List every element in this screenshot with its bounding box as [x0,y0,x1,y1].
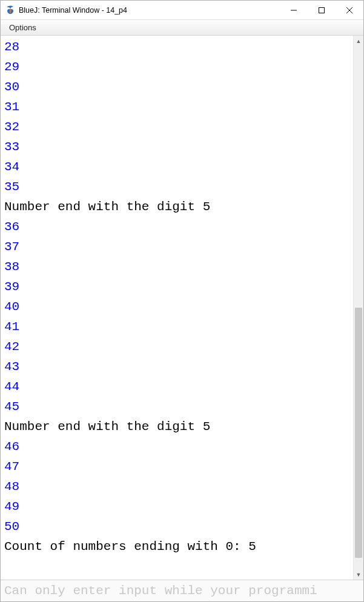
terminal-line: 36 [4,220,19,234]
terminal-line: 39 [4,280,19,294]
window-frame: BlueJ: Terminal Window - 14_p4 Options 2… [0,0,364,602]
terminal-line: 37 [4,240,19,254]
terminal-line: 29 [4,60,19,74]
terminal-line: 41 [4,320,19,334]
scrollbar-thumb[interactable] [355,308,362,558]
terminal-line: 43 [4,360,19,374]
terminal-line: 49 [4,500,19,514]
terminal-line: Number end with the digit 5 [4,200,210,214]
terminal-line: 35 [4,180,19,194]
terminal-content-wrap: 28 29 30 31 32 33 34 35 Number end with … [1,36,363,580]
terminal-line: 42 [4,340,19,354]
scrollbar-arrow-down-icon[interactable]: ▼ [354,569,363,580]
menubar: Options [1,20,363,36]
terminal-line: 46 [4,440,19,454]
terminal-line: 31 [4,100,19,114]
terminal-input[interactable]: Can only enter input while your programm… [1,580,363,601]
terminal-output[interactable]: 28 29 30 31 32 33 34 35 Number end with … [1,36,353,580]
terminal-line: 34 [4,160,19,174]
svg-rect-1 [319,7,325,13]
minimize-button[interactable] [280,1,308,19]
terminal-line: 48 [4,480,19,494]
window-controls [280,1,363,19]
bluej-app-icon [5,5,15,15]
titlebar[interactable]: BlueJ: Terminal Window - 14_p4 [1,1,363,20]
scrollbar-arrow-up-icon[interactable]: ▲ [354,36,363,46]
terminal-line: 33 [4,140,19,154]
terminal-line: 28 [4,40,19,54]
close-button[interactable] [336,1,363,19]
window-title: BlueJ: Terminal Window - 14_p4 [19,6,280,15]
maximize-button[interactable] [308,1,336,19]
vertical-scrollbar[interactable]: ▲ ▼ [353,36,363,580]
terminal-line: 47 [4,460,19,474]
terminal-line: 30 [4,80,19,94]
terminal-line: Count of numbers ending with 0: 5 [4,540,256,554]
menu-options[interactable]: Options [4,22,41,33]
svg-point-0 [10,8,12,13]
terminal-line: 38 [4,260,19,274]
terminal-line: 50 [4,520,19,534]
terminal-line: 32 [4,120,19,134]
terminal-line: Number end with the digit 5 [4,420,210,434]
terminal-line: 40 [4,300,19,314]
terminal-line: 44 [4,380,19,394]
terminal-line: 45 [4,400,19,414]
terminal-input-placeholder: Can only enter input while your programm… [4,584,317,598]
